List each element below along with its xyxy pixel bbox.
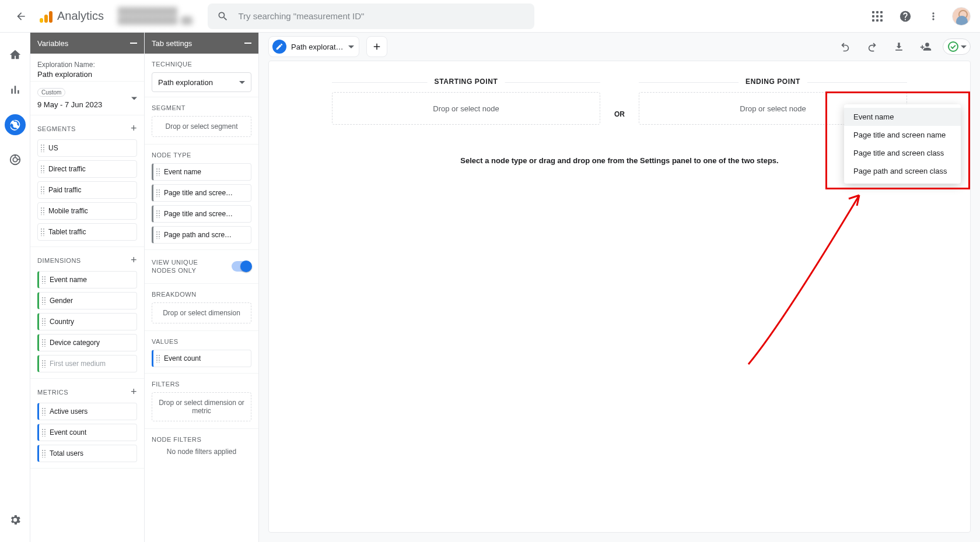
- node-type-section: NODE TYPE Event name Page title and scre…: [145, 145, 258, 250]
- search-box[interactable]: Try searching "measurement ID": [208, 3, 534, 29]
- node-type-chip[interactable]: Page title and scree…: [152, 205, 251, 223]
- nav-explore[interactable]: [5, 114, 26, 135]
- grip-icon: [41, 449, 46, 457]
- segments-heading: SEGMENTS: [37, 125, 76, 132]
- chevron-down-icon: [239, 81, 245, 84]
- back-button[interactable]: [9, 5, 33, 28]
- grip-icon: [41, 407, 46, 416]
- account-breadcrumb[interactable]: ████████████████████████ (██): [118, 7, 194, 25]
- account-avatar[interactable]: [952, 7, 971, 26]
- technique-heading: TECHNIQUE: [152, 61, 192, 68]
- dimension-chip[interactable]: First user medium: [37, 355, 137, 372]
- plus-icon: [372, 41, 382, 52]
- metric-chip[interactable]: Event count: [37, 424, 137, 441]
- apps-grid-icon: [872, 11, 883, 22]
- values-heading: VALUES: [152, 338, 178, 345]
- date-badge: Custom: [37, 88, 65, 97]
- grip-icon: [41, 318, 46, 326]
- technique-select[interactable]: Path exploration: [152, 72, 251, 92]
- exploration-name-label: Exploration Name:: [37, 61, 137, 69]
- segments-section: SEGMENTS+ US Direct traffic Paid traffic…: [30, 115, 144, 247]
- value-chip[interactable]: Event count: [152, 350, 251, 367]
- chevron-down-icon: [131, 97, 137, 100]
- segment-chip[interactable]: Paid traffic: [37, 181, 137, 199]
- metric-chip[interactable]: Total users: [37, 445, 137, 462]
- reports-icon: [9, 84, 21, 96]
- app-title: Analytics: [57, 9, 104, 23]
- starting-point-slot[interactable]: Drop or select node: [332, 92, 600, 125]
- share-button[interactable]: [916, 37, 936, 57]
- metric-chip[interactable]: Active users: [37, 403, 137, 420]
- nav-advertising[interactable]: [5, 149, 26, 170]
- dimension-chip[interactable]: Device category: [37, 334, 137, 351]
- node-type-chip[interactable]: Page title and scree…: [152, 184, 251, 202]
- add-tab-button[interactable]: [366, 36, 387, 57]
- nav-reports[interactable]: [5, 79, 26, 100]
- search-placeholder: Try searching "measurement ID": [238, 11, 364, 21]
- search-icon: [217, 10, 229, 22]
- node-type-chip[interactable]: Page path and scre…: [152, 226, 251, 244]
- edit-icon: [272, 40, 286, 54]
- breakdown-heading: BREAKDOWN: [152, 291, 197, 298]
- ga-logo[interactable]: Analytics: [40, 9, 104, 23]
- undo-button[interactable]: [835, 37, 855, 57]
- node-type-menu-item[interactable]: Event name: [844, 108, 961, 126]
- grip-icon: [156, 168, 160, 176]
- collapse-variables-button[interactable]: [130, 43, 137, 44]
- date-range-value: 9 May - 7 Jun 2023: [37, 100, 137, 109]
- undo-icon: [839, 41, 851, 52]
- filters-drop-slot[interactable]: Drop or select dimension or metric: [152, 392, 251, 421]
- nav-admin[interactable]: [5, 509, 26, 530]
- add-segment-button[interactable]: +: [131, 122, 137, 135]
- filters-section: FILTERS Drop or select dimension or metr…: [145, 374, 258, 429]
- add-dimension-button[interactable]: +: [131, 254, 137, 266]
- chevron-down-icon[interactable]: [348, 45, 354, 48]
- or-label: OR: [614, 110, 625, 118]
- starting-point-heading: STARTING POINT: [435, 78, 498, 86]
- dimension-chip[interactable]: Event name: [37, 271, 137, 288]
- exploration-canvas: STARTING POINT Drop or select node OR EN…: [268, 61, 971, 533]
- segment-chip[interactable]: Direct traffic: [37, 160, 137, 178]
- add-metric-button[interactable]: +: [131, 386, 137, 398]
- grip-icon: [41, 339, 46, 347]
- node-type-menu-item[interactable]: Page path and screen class: [844, 162, 961, 180]
- download-button[interactable]: [889, 37, 909, 57]
- breakdown-drop-slot[interactable]: Drop or select dimension: [152, 302, 251, 323]
- explore-icon: [9, 119, 21, 131]
- segment-slot-section: SEGMENT Drop or select segment: [145, 97, 258, 145]
- segment-chip[interactable]: Tablet traffic: [37, 223, 137, 241]
- technique-value: Path exploration: [158, 78, 213, 87]
- sample-status[interactable]: [943, 38, 971, 55]
- node-filters-section: NODE FILTERS No node filters applied: [145, 429, 258, 458]
- arrow-left-icon: [15, 10, 27, 22]
- gear-icon: [9, 513, 22, 526]
- help-button[interactable]: [894, 5, 917, 28]
- grip-icon: [156, 189, 160, 197]
- canvas-area: Path explorati… STARTING POINT Drop or s…: [259, 33, 980, 542]
- segment-chip[interactable]: Mobile traffic: [37, 202, 137, 220]
- redo-button[interactable]: [862, 37, 882, 57]
- apps-button[interactable]: [866, 5, 889, 28]
- tab-settings-header: Tab settings: [145, 33, 258, 54]
- node-type-chip[interactable]: Event name: [152, 163, 251, 181]
- doc-tab[interactable]: Path explorati…: [268, 36, 359, 57]
- segment-drop-slot[interactable]: Drop or select segment: [152, 116, 251, 137]
- node-type-menu-item[interactable]: Page title and screen class: [844, 144, 961, 162]
- svg-point-1: [13, 157, 17, 161]
- segment-chip[interactable]: US: [37, 139, 137, 157]
- exploration-name-value[interactable]: Path exploration: [37, 70, 137, 79]
- starting-point: STARTING POINT Drop or select node: [332, 78, 600, 125]
- node-filters-note: No node filters applied: [152, 448, 251, 456]
- date-range-picker[interactable]: Custom 9 May - 7 Jun 2023: [30, 82, 144, 115]
- grip-icon: [40, 207, 45, 215]
- unique-nodes-toggle[interactable]: [232, 261, 251, 272]
- dimension-chip[interactable]: Gender: [37, 292, 137, 309]
- collapse-tab-settings-button[interactable]: [244, 43, 251, 44]
- doc-tab-strip: Path explorati…: [259, 33, 980, 61]
- overflow-button[interactable]: [922, 5, 945, 28]
- nav-home[interactable]: [5, 44, 26, 65]
- redo-icon: [866, 41, 878, 52]
- node-type-menu-item[interactable]: Page title and screen name: [844, 126, 961, 144]
- dimension-chip[interactable]: Country: [37, 313, 137, 330]
- grip-icon: [41, 297, 46, 305]
